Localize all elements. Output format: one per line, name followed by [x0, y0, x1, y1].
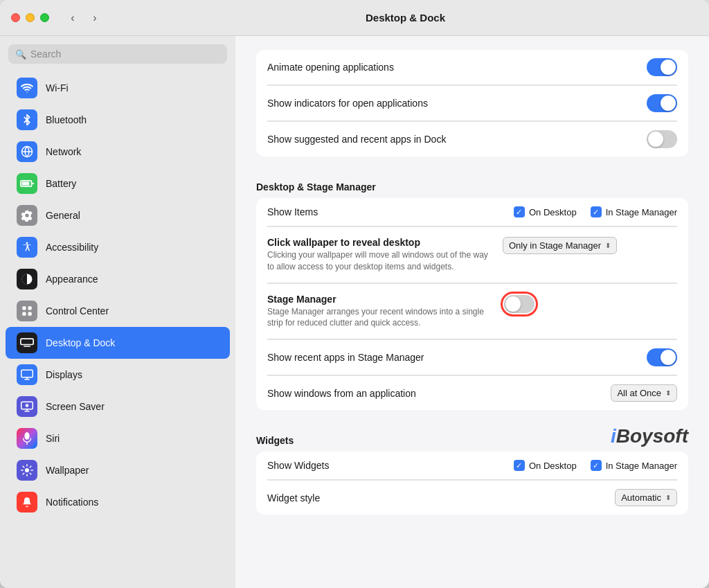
settings-window: ‹ › Desktop & Dock 🔍 Wi-Fi [0, 0, 709, 588]
control-center-icon [17, 301, 37, 321]
show-widgets-row: Show Widgets ✓ On Desktop ✓ In Stage Man… [267, 452, 677, 480]
svg-rect-9 [28, 312, 32, 316]
in-stage-manager-group[interactable]: ✓ In Stage Manager [591, 206, 677, 217]
sidebar-label-notifications: Notifications [46, 497, 98, 508]
traffic-lights [11, 13, 49, 22]
click-wallpaper-dropdown-container: Only in Stage Manager ⬍ [503, 237, 617, 254]
stage-manager-toggle-container [503, 294, 536, 314]
close-button[interactable] [11, 13, 20, 22]
click-wallpaper-dropdown[interactable]: Only in Stage Manager ⬍ [503, 237, 617, 254]
wallpaper-icon [17, 460, 37, 481]
widgets-header-row: Widgets iBoysoft [256, 421, 688, 452]
sidebar-item-siri[interactable]: Siri [6, 422, 230, 454]
iboysoft-watermark: iBoysoft [611, 425, 688, 447]
general-icon [17, 205, 37, 226]
chevron-updown-icon-2: ⬍ [665, 389, 671, 397]
recent-apps-toggle[interactable] [647, 130, 677, 148]
on-desktop-group[interactable]: ✓ On Desktop [514, 206, 577, 217]
sidebar-item-bluetooth[interactable]: Bluetooth [6, 104, 230, 136]
widgets-in-stage-checkbox[interactable]: ✓ [591, 460, 602, 471]
sidebar-item-notifications[interactable]: Notifications [6, 486, 230, 518]
on-desktop-checkbox[interactable]: ✓ [514, 206, 525, 217]
sidebar-label-siri: Siri [46, 433, 60, 444]
search-input[interactable] [30, 48, 220, 60]
titlebar: ‹ › Desktop & Dock [0, 0, 709, 36]
main-content: 🔍 Wi-Fi Bluet [0, 36, 709, 588]
window-title: Desktop & Dock [113, 12, 698, 24]
widget-style-dropdown[interactable]: Automatic ⬍ [615, 489, 677, 506]
bluetooth-icon [17, 109, 37, 130]
svg-rect-12 [21, 370, 33, 377]
search-container: 🔍 [0, 44, 235, 72]
show-recent-stage-row: Show recent apps in Stage Manager [267, 340, 677, 375]
accessibility-icon [17, 237, 37, 258]
sidebar-label-desktop-dock: Desktop & Dock [46, 337, 115, 348]
sidebar-label-bluetooth: Bluetooth [46, 114, 87, 125]
battery-icon [17, 173, 37, 194]
forward-button[interactable]: › [85, 8, 105, 28]
minimize-button[interactable] [26, 13, 35, 22]
click-wallpaper-dropdown-value: Only in Stage Manager [509, 240, 601, 251]
indicators-toggle[interactable] [647, 94, 677, 112]
show-widgets-checkboxes: ✓ On Desktop ✓ In Stage Manager [514, 460, 677, 471]
sidebar-item-desktop-dock[interactable]: Desktop & Dock [6, 327, 230, 359]
displays-icon [17, 364, 37, 385]
wifi-icon [17, 78, 37, 98]
on-desktop-label: On Desktop [529, 207, 577, 217]
sidebar-item-appearance[interactable]: Appearance [6, 263, 230, 295]
sidebar-item-accessibility[interactable]: Accessibility [6, 231, 230, 263]
sidebar-label-displays: Displays [46, 369, 82, 380]
stage-manager-toggle[interactable] [504, 295, 535, 313]
show-windows-row: Show windows from an application All at … [267, 376, 677, 410]
widget-style-label: Widget style [267, 492, 615, 504]
sidebar-item-control-center[interactable]: Control Center [6, 295, 230, 327]
widgets-on-desktop-checkbox[interactable]: ✓ [514, 460, 525, 471]
recent-apps-toggle-knob [648, 132, 663, 147]
chevron-updown-icon: ⬍ [605, 242, 611, 249]
show-widgets-label: Show Widgets [267, 460, 514, 471]
svg-rect-6 [22, 306, 26, 310]
svg-point-14 [26, 404, 29, 407]
widget-style-row: Widget style Automatic ⬍ [267, 481, 677, 515]
widgets-on-desktop-group[interactable]: ✓ On Desktop [514, 460, 577, 471]
sidebar-label-control-center: Control Center [46, 305, 109, 317]
sidebar-label-appearance: Appearance [46, 274, 98, 285]
recent-apps-row: Show suggested and recent apps in Dock [267, 122, 677, 157]
sidebar-item-screen-saver[interactable]: Screen Saver [6, 391, 230, 422]
show-items-checkboxes: ✓ On Desktop ✓ In Stage Manager [514, 206, 677, 217]
animate-row: Animate opening applications [267, 50, 677, 85]
click-wallpaper-text: Click wallpaper to reveal desktop Clicki… [267, 237, 489, 273]
sidebar-item-displays[interactable]: Displays [6, 359, 230, 391]
click-wallpaper-sublabel: Clicking your wallpaper will move all wi… [267, 249, 489, 273]
sidebar-item-wifi[interactable]: Wi-Fi [6, 72, 230, 104]
widgets-in-stage-group[interactable]: ✓ In Stage Manager [591, 460, 677, 471]
show-recent-stage-toggle[interactable] [647, 348, 677, 366]
appearance-icon [17, 269, 37, 289]
click-wallpaper-label: Click wallpaper to reveal desktop [267, 237, 489, 248]
animate-toggle-knob [661, 60, 676, 75]
click-wallpaper-row: Click wallpaper to reveal desktop Clicki… [267, 227, 677, 283]
stage-manager-label: Stage Manager [267, 294, 489, 305]
screen-saver-icon [17, 396, 37, 417]
back-button[interactable]: ‹ [63, 8, 82, 28]
maximize-button[interactable] [40, 13, 49, 22]
sidebar-item-battery[interactable]: Battery [6, 168, 230, 199]
sidebar-label-battery: Battery [46, 178, 76, 189]
widget-style-dropdown-value: Automatic [621, 492, 661, 503]
sidebar-label-network: Network [46, 146, 81, 157]
sidebar-item-wallpaper[interactable]: Wallpaper [6, 454, 230, 486]
show-items-row: Show Items ✓ On Desktop ✓ In Stage Manag… [267, 198, 677, 226]
search-icon: 🔍 [15, 49, 26, 60]
network-icon [17, 141, 37, 162]
sidebar-item-network[interactable]: Network [6, 136, 230, 168]
show-windows-dropdown[interactable]: All at Once ⬍ [611, 384, 677, 402]
sidebar-item-general[interactable]: General [6, 199, 230, 231]
search-box[interactable]: 🔍 [8, 44, 227, 64]
in-stage-manager-checkbox[interactable]: ✓ [591, 206, 602, 217]
widgets-header: Widgets [256, 421, 294, 452]
widgets-in-stage-label: In Stage Manager [606, 461, 677, 471]
right-panel: Animate opening applications Show indica… [235, 36, 709, 588]
desktop-dock-icon [17, 332, 37, 353]
svg-rect-3 [22, 182, 30, 186]
animate-toggle[interactable] [647, 58, 677, 76]
